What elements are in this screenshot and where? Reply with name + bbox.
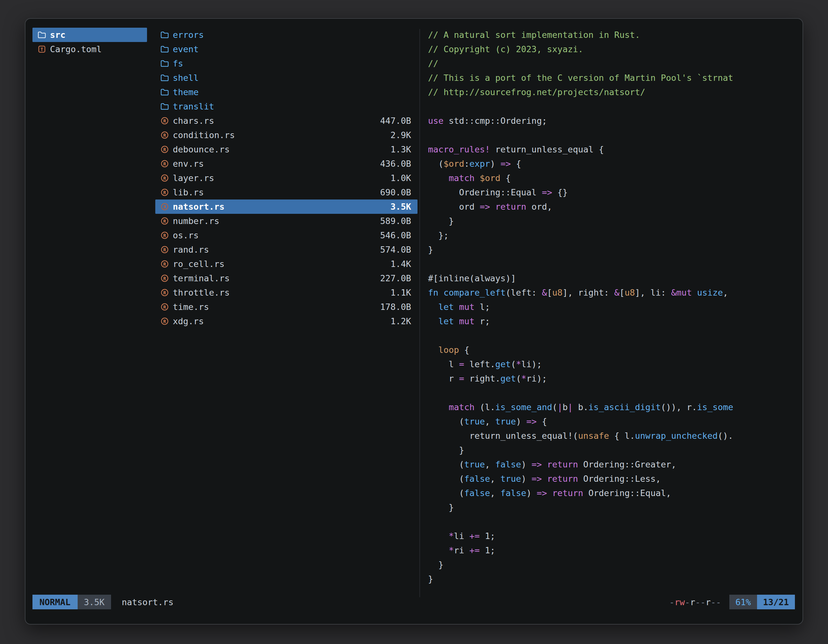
file-item-natsort-rs[interactable]: Rnatsort.rs3.5K: [155, 199, 417, 214]
dir-item-fs[interactable]: fs: [155, 56, 417, 71]
code-line: }: [428, 558, 795, 572]
dir-item-src[interactable]: src: [33, 28, 147, 42]
file-item-number-rs[interactable]: Rnumber.rs589.0B: [155, 214, 417, 228]
file-item-rand-rs[interactable]: Rrand.rs574.0B: [155, 243, 417, 257]
rust-file-icon: R: [160, 160, 169, 168]
rust-file-icon: R: [160, 217, 169, 225]
item-label: os.rs: [173, 230, 199, 240]
code-line: }: [428, 443, 795, 457]
code-line: macro_rules! return_unless_equal {: [428, 142, 795, 157]
status-bar: NORMAL 3.5K natsort.rs -rw-r--r-- 61% 13…: [33, 595, 795, 610]
dir-item-translit[interactable]: translit: [155, 99, 417, 114]
code-line: [428, 128, 795, 142]
item-label: ro_cell.rs: [173, 259, 225, 269]
cursor-position: 13/21: [757, 595, 795, 610]
code-line: loop {: [428, 343, 795, 357]
svg-text:R: R: [163, 132, 166, 138]
folder-icon: [160, 31, 169, 39]
item-label: fs: [173, 58, 183, 68]
code-line: r = right.get(*ri);: [428, 371, 795, 385]
file-item-os-rs[interactable]: Ros.rs546.0B: [155, 228, 417, 243]
code-line: };: [428, 228, 795, 243]
code-line: let mut r;: [428, 314, 795, 328]
file-item-time-rs[interactable]: Rtime.rs178.0B: [155, 300, 417, 314]
dir-item-theme[interactable]: theme: [155, 85, 417, 99]
file-permissions: -rw-r--r--: [669, 597, 721, 607]
item-label: env.rs: [173, 159, 204, 169]
parent-pane: srcTCargo.toml: [33, 28, 147, 595]
code-line: // A natural sort implementation in Rust…: [428, 28, 795, 42]
file-item-debounce-rs[interactable]: Rdebounce.rs1.3K: [155, 142, 417, 157]
file-manager: srcTCargo.toml errorseventfsshellthemetr…: [33, 28, 795, 595]
code-line: Ordering::Equal => {}: [428, 185, 795, 199]
mode-indicator: NORMAL: [33, 595, 78, 610]
code-line: let mut l;: [428, 300, 795, 314]
item-size: 1.1K: [387, 288, 411, 298]
svg-text:R: R: [163, 261, 166, 266]
code-line: (false, true) => return Ordering::Less,: [428, 472, 795, 486]
item-size: 3.5K: [387, 202, 411, 212]
dir-item-errors[interactable]: errors: [155, 28, 417, 42]
item-label: theme: [173, 87, 199, 97]
item-label: xdg.rs: [173, 316, 204, 326]
item-label: translit: [173, 102, 214, 111]
file-item-ro-cell-rs[interactable]: Rro_cell.rs1.4K: [155, 257, 417, 271]
rust-file-icon: R: [160, 231, 169, 240]
item-size: 1.4K: [387, 259, 411, 269]
code-line: *ri += 1;: [428, 543, 795, 558]
item-label: chars.rs: [173, 116, 214, 126]
svg-text:R: R: [163, 218, 166, 224]
item-label: natsort.rs: [173, 202, 225, 212]
svg-text:R: R: [163, 190, 166, 195]
file-item-condition-rs[interactable]: Rcondition.rs2.9K: [155, 128, 417, 142]
file-item-env-rs[interactable]: Renv.rs436.0B: [155, 157, 417, 171]
item-label: src: [50, 30, 66, 40]
toml-file-icon: T: [37, 45, 47, 53]
rust-file-icon: R: [160, 202, 169, 211]
svg-text:R: R: [163, 204, 166, 209]
item-label: number.rs: [173, 216, 219, 226]
code-line: // http://sourcefrog.net/projects/natsor…: [428, 85, 795, 99]
code-line: //: [428, 56, 795, 71]
rust-file-icon: R: [160, 188, 169, 197]
file-item-cargo-toml[interactable]: TCargo.toml: [33, 42, 147, 56]
svg-text:R: R: [163, 247, 166, 252]
code-line: l = left.get(*li);: [428, 357, 795, 371]
item-label: condition.rs: [173, 130, 235, 140]
file-item-throttle-rs[interactable]: Rthrottle.rs1.1K: [155, 285, 417, 300]
preview-pane[interactable]: // A natural sort implementation in Rust…: [428, 28, 795, 595]
rust-file-icon: R: [160, 274, 169, 282]
code-line: *li += 1;: [428, 529, 795, 543]
item-size: 690.0B: [377, 187, 411, 197]
item-label: throttle.rs: [173, 288, 230, 298]
file-item-terminal-rs[interactable]: Rterminal.rs227.0B: [155, 271, 417, 285]
svg-text:R: R: [163, 290, 166, 295]
code-line: return_unless_equal!(unsafe { l.unwrap_u…: [428, 429, 795, 443]
item-size: 436.0B: [377, 159, 411, 169]
rust-file-icon: R: [160, 131, 169, 139]
code-line: [428, 385, 795, 400]
item-label: rand.rs: [173, 245, 209, 255]
code-line: [428, 99, 795, 114]
svg-text:R: R: [163, 175, 166, 181]
svg-text:T: T: [41, 47, 43, 52]
item-label: errors: [173, 30, 204, 40]
dir-item-event[interactable]: event: [155, 42, 417, 56]
file-item-layer-rs[interactable]: Rlayer.rs1.0K: [155, 171, 417, 185]
file-item-chars-rs[interactable]: Rchars.rs447.0B: [155, 114, 417, 128]
folder-icon: [160, 60, 169, 67]
code-line: match $ord {: [428, 171, 795, 185]
code-line: [428, 514, 795, 529]
svg-text:R: R: [163, 276, 166, 281]
file-item-lib-rs[interactable]: Rlib.rs690.0B: [155, 185, 417, 199]
code-line: // This is a port of the C version of Ma…: [428, 71, 795, 85]
file-item-xdg-rs[interactable]: Rxdg.rs1.2K: [155, 314, 417, 328]
item-label: terminal.rs: [173, 273, 230, 283]
code-line: use std::cmp::Ordering;: [428, 114, 795, 128]
item-size: 1.0K: [387, 173, 411, 183]
file-size-badge: 3.5K: [78, 595, 111, 610]
code-line: match (l.is_some_and(|b| b.is_ascii_digi…: [428, 400, 795, 414]
code-line: ord => return ord,: [428, 199, 795, 214]
dir-item-shell[interactable]: shell: [155, 71, 417, 85]
code-line: (true, true) => {: [428, 414, 795, 429]
